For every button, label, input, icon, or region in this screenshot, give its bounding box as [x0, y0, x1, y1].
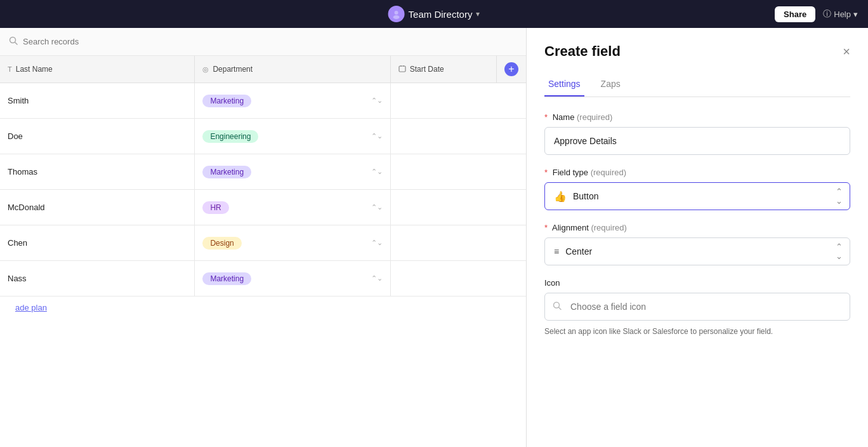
cell-last-name: Smith [0, 83, 195, 119]
sort-arrows-icon[interactable]: ⌃⌄ [371, 239, 383, 247]
cell-department: Marketing⌃⌄ [195, 154, 390, 190]
field-type-icon: 👍 [554, 190, 567, 203]
col-header-start-date: Start Date [390, 56, 496, 83]
upgrade-prompt: ade plan [0, 297, 526, 318]
cell-last-name: Thomas [0, 154, 195, 190]
name-field-group: * Name (required) [544, 112, 850, 155]
field-type-label: * Field type (required) [544, 168, 850, 177]
name-required-asterisk: * [544, 112, 548, 122]
sort-arrows-icon[interactable]: ⌃⌄ [371, 274, 383, 283]
title-chevron-icon[interactable]: ▾ [476, 10, 480, 18]
cell-start-date [390, 154, 496, 190]
department-badge: Engineering [202, 130, 258, 143]
create-field-panel: Create field × Settings Zaps * Name (req… [527, 28, 868, 447]
col-type-icon-start-date [398, 65, 406, 74]
avatar [388, 6, 405, 22]
cell-last-name: Nass [0, 261, 195, 297]
cell-department: Marketing⌃⌄ [195, 261, 390, 297]
svg-point-1 [393, 15, 400, 19]
department-badge: Marketing [202, 166, 251, 178]
topbar: Team Directory ▾ Share ⓘ Help ▾ [0, 0, 868, 28]
table-row: ChenDesign⌃⌄ [0, 225, 526, 261]
alignment-icon: ≡ [554, 246, 559, 257]
svg-point-0 [395, 11, 398, 15]
table-area: T Last Name ◎ Department [0, 28, 527, 447]
field-type-select[interactable]: 👍 Button [544, 182, 850, 210]
cell-start-date [390, 190, 496, 225]
cell-department: Marketing⌃⌄ [195, 83, 390, 119]
col-header-add: + [496, 56, 526, 83]
help-button[interactable]: ⓘ Help ▾ [823, 8, 858, 20]
cell-start-date [390, 225, 496, 261]
cell-last-name: Doe [0, 119, 195, 154]
search-icon [9, 36, 18, 47]
department-badge: HR [202, 201, 228, 214]
table-row: SmithMarketing⌃⌄ [0, 83, 526, 119]
sort-arrows-icon[interactable]: ⌃⌄ [371, 132, 383, 140]
cell-department: HR⌃⌄ [195, 190, 390, 225]
col-label-last-name: Last Name [16, 65, 53, 74]
sort-arrows-icon[interactable]: ⌃⌄ [371, 203, 383, 211]
col-header-department: ◎ Department [195, 56, 390, 83]
col-label-department: Department [213, 65, 253, 74]
alignment-select[interactable]: ≡ Center [544, 237, 850, 265]
svg-line-3 [15, 43, 18, 45]
alignment-label: * Alignment (required) [544, 223, 850, 232]
search-bar [0, 28, 526, 56]
share-button[interactable]: Share [775, 6, 815, 22]
upgrade-link[interactable]: ade plan [8, 298, 55, 317]
cell-last-name: McDonald [0, 190, 195, 225]
icon-input[interactable] [544, 293, 850, 321]
field-type-select-wrap: 👍 Button ⌃⌄ [544, 182, 850, 210]
help-icon: ⓘ [823, 8, 831, 20]
topbar-center: Team Directory ▾ [388, 6, 480, 22]
table-row: DoeEngineering⌃⌄ [0, 119, 526, 154]
alignment-required-text: (required) [591, 223, 626, 232]
icon-group: Icon Select an app icon like Slack or Sa… [544, 278, 850, 337]
department-badge: Marketing [202, 95, 251, 107]
cell-start-date [390, 119, 496, 154]
icon-search-icon [553, 302, 562, 312]
cell-department: Engineering⌃⌄ [195, 119, 390, 154]
field-type-value: Button [573, 191, 598, 201]
svg-line-8 [559, 307, 562, 310]
col-header-last-name: T Last Name [0, 56, 195, 83]
topbar-right: Share ⓘ Help ▾ [775, 6, 858, 22]
tab-zaps[interactable]: Zaps [597, 72, 624, 97]
tab-settings[interactable]: Settings [544, 72, 584, 97]
alignment-value: Center [565, 246, 592, 257]
help-chevron-icon: ▾ [853, 10, 858, 19]
cell-last-name: Chen [0, 225, 195, 261]
app-title: Team Directory [409, 9, 473, 20]
col-type-icon-department: ◎ [202, 65, 209, 74]
search-input[interactable] [23, 37, 517, 46]
close-panel-button[interactable]: × [843, 45, 850, 58]
icon-label: Icon [544, 278, 850, 288]
field-type-group: * Field type (required) 👍 Button ⌃⌄ [544, 168, 850, 210]
sort-arrows-icon[interactable]: ⌃⌄ [371, 97, 383, 105]
field-type-asterisk: * [544, 168, 548, 177]
alignment-select-wrap: ≡ Center ⌃⌄ [544, 237, 850, 265]
svg-rect-4 [399, 66, 405, 72]
icon-input-wrap [544, 293, 850, 321]
alignment-asterisk: * [544, 223, 548, 232]
col-type-icon-last-name: T [8, 65, 12, 73]
main-layout: T Last Name ◎ Department [0, 28, 868, 447]
help-label: Help [834, 10, 851, 19]
add-column-button[interactable]: + [504, 62, 518, 76]
table-row: McDonaldHR⌃⌄ [0, 190, 526, 225]
tabs: Settings Zaps [544, 72, 850, 97]
panel-header: Create field × [544, 43, 850, 60]
cell-department: Design⌃⌄ [195, 225, 390, 261]
table-row: ThomasMarketing⌃⌄ [0, 154, 526, 190]
name-field-label: * Name (required) [544, 112, 850, 122]
table-row: NassMarketing⌃⌄ [0, 261, 526, 297]
cell-start-date [390, 83, 496, 119]
field-type-required-text: (required) [591, 168, 626, 177]
name-input[interactable] [544, 127, 850, 155]
sort-arrows-icon[interactable]: ⌃⌄ [371, 168, 383, 176]
icon-hint: Select an app icon like Slack or Salesfo… [544, 326, 850, 337]
name-required-text: (required) [577, 112, 612, 122]
col-label-start-date: Start Date [410, 65, 444, 74]
department-badge: Marketing [202, 272, 251, 285]
